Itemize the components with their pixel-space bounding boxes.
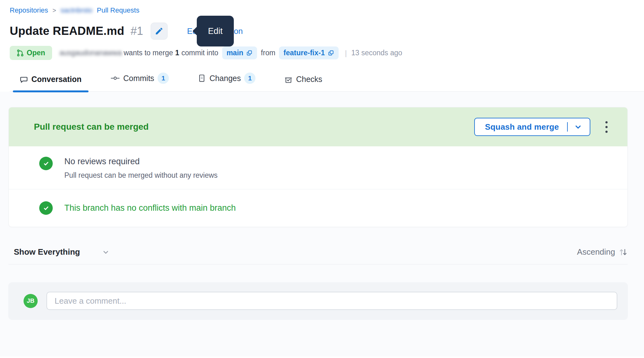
tab-changes[interactable]: Changes 1 <box>191 73 262 91</box>
tab-label: Conversation <box>31 75 82 84</box>
status-badge: Open <box>10 46 52 60</box>
pr-number: #1 <box>131 24 143 38</box>
base-branch-name: main <box>227 49 244 57</box>
merge-text-2: commit into <box>181 49 218 57</box>
speech-bubble-icon <box>20 75 28 84</box>
copy-icon[interactable] <box>246 50 253 56</box>
commits-count-badge: 1 <box>158 73 169 84</box>
timeline-controls: Show Everything Ascending <box>8 247 628 257</box>
check-circle-icon <box>39 201 53 215</box>
timeline-filter-dropdown[interactable]: Show Everything <box>14 247 110 257</box>
from-label: from <box>261 49 275 57</box>
conversation-panel: Pull request can be merged Squash and me… <box>0 92 644 356</box>
breadcrumb: Repositories > sactnbrsto Pull Requests <box>10 0 644 14</box>
meta-divider: | <box>345 49 347 57</box>
head-branch-name: feature-fix-1 <box>283 49 325 57</box>
checklist-icon <box>284 75 292 84</box>
chevron-down-icon <box>102 248 110 256</box>
timeline-filter-label: Show Everything <box>14 247 80 257</box>
pr-meta-row: Open ausgaudonanawwa wants to merge 1 co… <box>10 46 644 60</box>
page-header: Repositories > sactnbrsto Pull Requests … <box>0 0 644 92</box>
merge-status-card: Pull request can be merged Squash and me… <box>8 107 628 227</box>
tab-commits[interactable]: Commits 1 <box>104 73 176 91</box>
git-merge-icon <box>17 49 24 57</box>
comment-input[interactable] <box>46 292 617 310</box>
merge-actions: Squash and merge <box>474 118 610 136</box>
base-branch-badge[interactable]: main <box>222 46 257 59</box>
breadcrumb-separator: > <box>52 7 56 14</box>
pr-title: Update README.md <box>10 24 124 38</box>
tab-label: Changes <box>209 74 241 83</box>
vertical-dots-icon <box>605 126 608 128</box>
merge-header: Pull request can be merged Squash and me… <box>9 107 627 146</box>
review-status-row: No reviews required Pull request can be … <box>9 146 627 189</box>
changes-count-badge: 1 <box>244 73 255 84</box>
more-options-button[interactable] <box>603 119 610 135</box>
new-comment-box: JB <box>8 282 628 319</box>
status-badge-label: Open <box>27 49 45 57</box>
chevron-down-icon[interactable] <box>574 123 582 131</box>
review-status-title: No reviews required <box>64 157 217 166</box>
tab-label: Checks <box>296 75 322 84</box>
tab-checks[interactable]: Checks <box>277 75 329 91</box>
sort-arrows-icon <box>618 247 628 257</box>
created-timestamp: 13 seconds ago <box>351 49 402 57</box>
review-status-subtitle: Pull request can be merged without any r… <box>64 171 217 180</box>
breadcrumb-pull-requests-link[interactable]: Pull Requests <box>97 6 139 14</box>
conflict-status-row: This branch has no conflicts with main b… <box>9 189 627 227</box>
tooltip-label: Edit <box>208 26 223 36</box>
head-branch-badge[interactable]: feature-fix-1 <box>279 46 339 59</box>
timeline-sort-toggle[interactable]: Ascending <box>577 247 628 257</box>
pr-tab-bar: Conversation Commits 1 Changes 1 <box>10 73 644 92</box>
vertical-dots-icon <box>605 121 608 123</box>
tab-conversation[interactable]: Conversation <box>13 75 89 91</box>
merge-text-1: wants to merge <box>124 49 173 57</box>
merge-header-title: Pull request can be merged <box>34 122 149 132</box>
vertical-dots-icon <box>605 131 608 133</box>
active-tab-underline <box>13 90 89 92</box>
squash-and-merge-label: Squash and merge <box>485 122 559 132</box>
breadcrumb-repo-name-blurred[interactable]: sactnbrsto <box>61 6 93 14</box>
edit-tooltip: Edit <box>197 16 234 46</box>
copy-icon[interactable] <box>328 50 334 56</box>
check-circle-icon <box>39 157 53 170</box>
commit-icon <box>110 74 120 82</box>
commit-count: 1 <box>175 49 179 57</box>
pencil-icon <box>155 27 164 35</box>
squash-and-merge-button[interactable]: Squash and merge <box>474 118 590 136</box>
edit-title-button[interactable] <box>151 23 168 40</box>
timeline-sort-label: Ascending <box>577 247 615 257</box>
button-divider <box>567 122 568 132</box>
breadcrumb-repositories-link[interactable]: Repositories <box>10 6 48 14</box>
author-name-blurred[interactable]: ausgaudonanawwa <box>60 49 122 57</box>
file-diff-icon <box>198 74 206 82</box>
conflict-status-title: This branch has no conflicts with main b… <box>64 203 236 213</box>
tab-label: Commits <box>123 74 154 83</box>
pr-title-row: Update README.md #1 Edit description Edi… <box>10 21 644 41</box>
timeline-divider <box>8 264 628 264</box>
user-avatar: JB <box>24 294 38 308</box>
review-status-texts: No reviews required Pull request can be … <box>64 157 217 180</box>
